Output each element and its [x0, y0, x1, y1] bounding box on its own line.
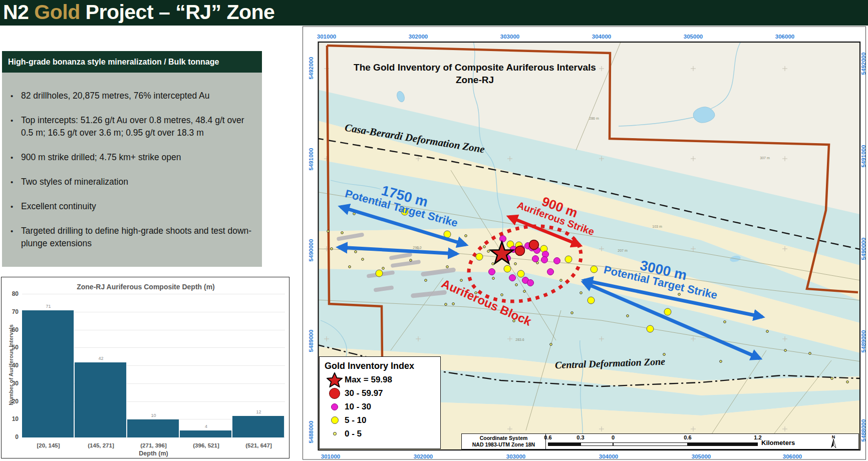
marker-10-30 [547, 269, 554, 275]
marker-0-5 [452, 303, 455, 305]
marker-0-5 [465, 235, 467, 237]
chart-y-tick: 0 [2, 433, 19, 440]
marker-0-5 [766, 330, 769, 333]
legend-item-label: Max = 59.98 [345, 375, 392, 385]
marker-10-30 [541, 257, 548, 263]
marker-0-5 [663, 353, 666, 356]
chart-y-tick: 40 [2, 362, 19, 369]
bullet-item: Excellent continuity [21, 200, 253, 213]
legend-item-small: 0 - 5 [325, 427, 435, 440]
chart-y-tick: 10 [2, 415, 19, 422]
bullet-item: Targeted drilling to define high-grade s… [21, 225, 253, 250]
coordinate-system-line1: Coordinate System [462, 435, 545, 441]
histogram-bar [127, 419, 179, 437]
bar-value-label: 4 [205, 424, 207, 429]
marker-10-30 [500, 236, 506, 242]
scalebar-unit: Kilometers [761, 439, 795, 446]
legend-item-label: 10 - 30 [345, 402, 371, 412]
chart-x-tick: (521, 647] [245, 442, 271, 448]
bullet-item: Top intercepts: 51.26 g/t Au over 0.8 me… [21, 114, 253, 139]
scalebar-label: 0.3 [576, 434, 584, 440]
chart-y-tick: 50 [2, 344, 19, 351]
marker-5-10 [588, 297, 595, 304]
star-max-icon [325, 372, 345, 387]
subheader-text: High-grade bonanza style mineralization … [8, 51, 219, 73]
marker-0-5 [483, 246, 486, 248]
chart-x-tick: [20, 145] [37, 442, 60, 448]
marker-5-10 [591, 266, 598, 273]
histogram-bar [22, 310, 74, 437]
histogram-bar [232, 416, 284, 437]
marker-0-5 [445, 303, 447, 306]
chart-y-tick: 30 [2, 380, 19, 387]
marker-5-10 [565, 256, 572, 263]
marker-0-5 [446, 266, 449, 268]
marker-0-5 [475, 292, 477, 294]
marker-0-5 [382, 267, 385, 270]
chart-x-axis-label: Depth (m) [22, 450, 285, 457]
chart-x-tick: (396, 521] [193, 442, 219, 448]
marker-0-5 [492, 277, 495, 280]
chart-y-tick: 70 [2, 308, 19, 315]
marker-0-5 [341, 232, 344, 234]
marker-0-5 [349, 266, 351, 268]
chart-y-tick: 20 [2, 398, 19, 405]
marker-0-5 [846, 381, 849, 383]
marker-0-5 [362, 258, 364, 261]
marker-5-10 [517, 270, 524, 277]
marker-0-5 [784, 349, 787, 352]
bullet-list-panel: 82 drillholes, 20,875 metres, 76% interc… [2, 73, 262, 267]
legend-title: Gold Inventory Index [325, 361, 435, 371]
north-arrow: N [827, 435, 839, 451]
bar-value-label: 10 [151, 413, 156, 418]
marker-0-5 [410, 259, 412, 262]
marker-0-5 [514, 263, 517, 265]
marker-0-5 [627, 315, 629, 317]
marker-0-5 [720, 360, 722, 363]
marker-10-30 [509, 275, 516, 281]
marker-0-5 [487, 250, 490, 253]
legend-item-label: 0 - 5 [345, 429, 362, 439]
marker-10-30 [527, 280, 534, 286]
bar-value-label: 42 [98, 356, 103, 361]
marker-30-5997 [515, 246, 525, 256]
marker-0-5 [513, 320, 515, 322]
bullet-item: 900 m strike drilled; 4.75 km+ strike op… [21, 151, 253, 164]
histogram-bar [75, 362, 127, 437]
marker-0-5 [460, 279, 463, 282]
marker-5-10 [401, 208, 408, 215]
marker-0-5 [331, 248, 333, 250]
magenta-circle-icon [325, 403, 345, 410]
scalebar-label: 0.6 [684, 434, 691, 440]
marker-5-10 [476, 253, 483, 260]
marker-0-5 [515, 284, 518, 286]
marker-0-5 [560, 279, 562, 282]
histogram-bar [180, 430, 232, 437]
legend-item-yellow: 5 - 10 [325, 413, 435, 427]
legend-item-red: 30 - 59.97 [325, 386, 435, 400]
bar-value-label: 12 [256, 409, 261, 414]
chart-x-tick: (145, 271] [88, 442, 114, 448]
bullet-item: Two styles of mineralization [21, 176, 253, 188]
bullet-list: 82 drillholes, 20,875 metres, 76% interc… [2, 73, 262, 250]
marker-0-5 [425, 279, 427, 282]
marker-0-5 [580, 292, 583, 294]
subheader-banner: High-grade bonanza style mineralization … [2, 51, 262, 73]
bullet-item: 82 drillholes, 20,875 metres, 76% interc… [21, 90, 253, 102]
chart-y-tick: 80 [2, 290, 19, 297]
chart-title: Zone-RJ Auriferous Composite Depth (m) [2, 283, 290, 291]
marker-10-30 [532, 256, 539, 262]
yellow-circle-icon [325, 416, 345, 424]
marker-5-10 [664, 308, 671, 315]
legend-item-label: 30 - 59.97 [345, 388, 383, 398]
scalebar-label: 0.6 [544, 434, 551, 440]
marker-30-5997 [529, 240, 539, 250]
marker-0-5 [571, 312, 573, 314]
title-suffix: Project – “RJ” Zone [80, 1, 275, 24]
marker-0-5 [831, 377, 833, 380]
bar-value-label: 71 [46, 304, 51, 309]
scalebar [548, 442, 758, 446]
marker-0-5 [355, 251, 357, 253]
slide-header: N2 Gold Project – “RJ” Zone [0, 0, 868, 26]
scalebar-label: 0 [612, 434, 615, 440]
